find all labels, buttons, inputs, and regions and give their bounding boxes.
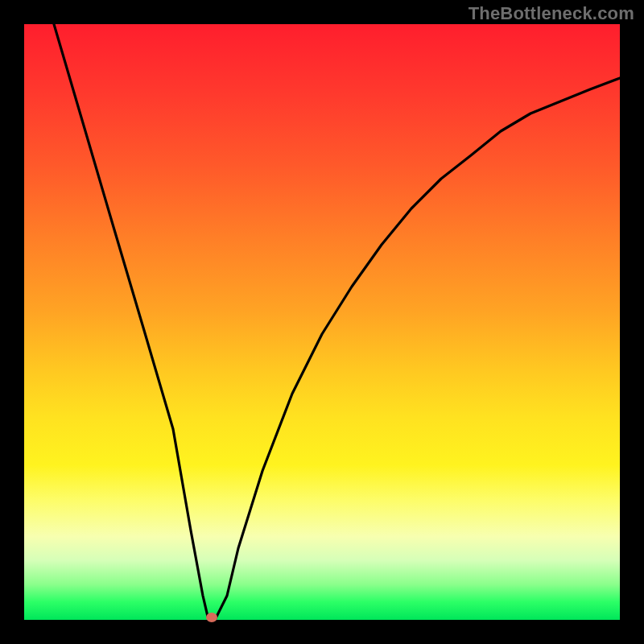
- bottleneck-curve: [24, 24, 620, 620]
- curve-path: [54, 24, 620, 620]
- minimum-marker: [206, 613, 217, 622]
- plot-area: [24, 24, 620, 620]
- watermark-text: TheBottleneck.com: [469, 3, 634, 24]
- chart-frame: TheBottleneck.com: [0, 0, 644, 644]
